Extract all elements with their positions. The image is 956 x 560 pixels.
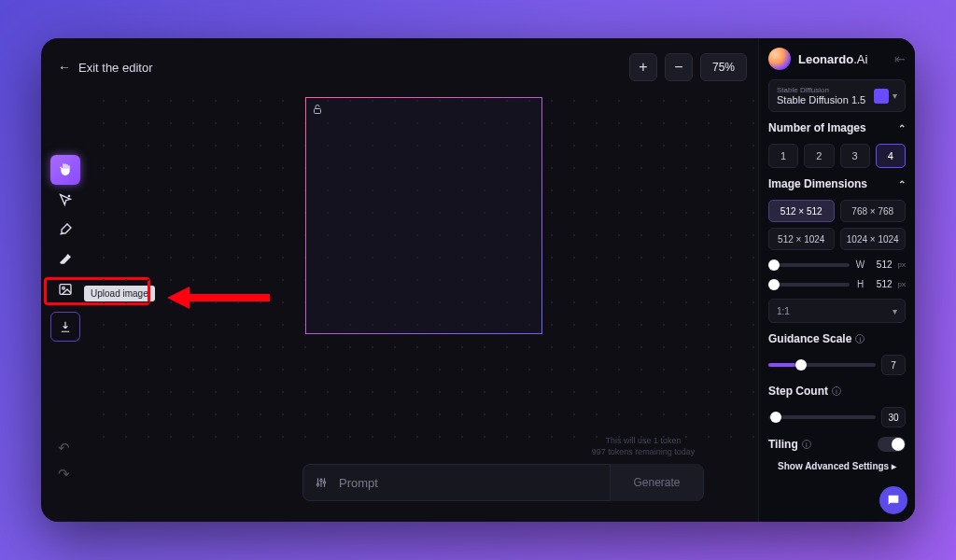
svg-point-2: [63, 287, 65, 289]
tiling-header: Tiling i: [768, 438, 811, 451]
steps-value: 30: [881, 407, 906, 427]
brand-suffix: .Ai: [853, 52, 867, 66]
erase-tool-button[interactable]: [50, 245, 80, 274]
dimensions-header[interactable]: Image Dimensions ⌃: [768, 177, 906, 190]
height-slider-row: H 512 px: [768, 279, 906, 289]
plus-icon: +: [639, 59, 647, 76]
tiling-toggle[interactable]: [878, 437, 906, 452]
tiling-row: Tiling i: [768, 437, 906, 452]
info-icon[interactable]: i: [802, 440, 811, 449]
download-button[interactable]: [50, 312, 80, 342]
guidance-slider-row: 7: [768, 355, 906, 375]
chevron-down-icon: ▾: [893, 91, 897, 101]
chevron-down-icon: ▾: [893, 306, 897, 316]
model-super: Stable Diffusion: [777, 86, 874, 94]
settings-panel: Leonardo.Ai ⇤ Stable Diffusion Stable Di…: [758, 38, 915, 522]
token-note-line2: 997 tokens remaining today: [578, 446, 709, 458]
svg-point-0: [68, 195, 69, 196]
h-value: 512: [872, 279, 893, 289]
model-select[interactable]: Stable Diffusion Stable Diffusion 1.5 ▾: [768, 79, 906, 112]
h-label: H: [855, 279, 866, 289]
num-images-header[interactable]: Number of Images ⌃: [768, 121, 906, 134]
px-unit: px: [898, 260, 906, 269]
zoom-out-button[interactable]: −: [665, 53, 693, 81]
guidance-header: Guidance Scale i: [768, 332, 906, 345]
undo-button[interactable]: ↶: [58, 440, 84, 458]
chevron-up-icon: ⌃: [898, 123, 906, 133]
width-slider[interactable]: [768, 263, 850, 267]
generation-frame[interactable]: [305, 97, 542, 334]
aspect-select[interactable]: 1:1 ▾: [768, 299, 906, 323]
steps-slider[interactable]: [768, 415, 876, 419]
chat-icon: [886, 493, 901, 508]
prompt-input[interactable]: Prompt: [339, 476, 610, 490]
brush-tool-button[interactable]: [50, 215, 80, 245]
model-icon: [874, 89, 889, 104]
dim-512x1024[interactable]: 512 × 1024: [768, 228, 835, 250]
brand-name: Leonardo.Ai: [798, 52, 867, 66]
generate-button[interactable]: Generate: [610, 464, 703, 501]
dim-512x512[interactable]: 512 × 512: [768, 200, 835, 222]
avatar[interactable]: [768, 48, 791, 70]
arrow-left-icon: ←: [58, 60, 71, 75]
num-images-1[interactable]: 1: [768, 144, 798, 168]
select-tool-button[interactable]: [50, 185, 80, 215]
guidance-title: Guidance Scale: [768, 332, 851, 345]
canvas-top-controls: + − 75%: [629, 53, 747, 81]
pan-tool-button[interactable]: [50, 155, 80, 185]
redo-button[interactable]: ↷: [58, 466, 84, 484]
advanced-label: Show Advanced Settings: [778, 461, 889, 471]
height-slider[interactable]: [768, 283, 850, 287]
image-icon: [58, 282, 73, 297]
exit-editor-button[interactable]: ← Exit the editor: [58, 60, 153, 75]
show-advanced-button[interactable]: Show Advanced Settings ▸: [768, 461, 906, 471]
brand-header: Leonardo.Ai ⇤: [768, 48, 906, 70]
minus-icon: −: [674, 59, 682, 76]
info-icon[interactable]: i: [832, 386, 841, 396]
unlock-icon[interactable]: [312, 104, 323, 115]
px-unit: px: [898, 280, 906, 288]
download-icon: [59, 320, 72, 333]
num-images-row: 1 2 3 4: [768, 144, 906, 168]
canvas-area[interactable]: [92, 90, 758, 442]
tiling-title: Tiling: [768, 438, 798, 451]
brush-icon: [58, 222, 73, 237]
cursor-sparkle-icon: [58, 192, 73, 207]
chat-fab[interactable]: [879, 486, 907, 514]
history-controls: ↶ ↷: [58, 440, 84, 484]
hand-icon: [58, 162, 73, 177]
aspect-value: 1:1: [777, 306, 790, 316]
chevron-up-icon: ⌃: [898, 179, 906, 189]
arrow-in-icon: ⇤: [894, 51, 906, 66]
dim-1024x1024[interactable]: 1024 × 1024: [840, 228, 907, 250]
sliders-icon[interactable]: [303, 476, 339, 489]
guidance-value: 7: [881, 355, 906, 375]
zoom-level[interactable]: 75%: [700, 53, 747, 81]
model-text: Stable Diffusion Stable Diffusion 1.5: [777, 86, 874, 105]
num-images-2[interactable]: 2: [804, 144, 834, 168]
brand-name-text: Leonardo: [798, 52, 853, 66]
upload-image-button[interactable]: [50, 274, 80, 304]
token-note-line1: This will use 1 token: [578, 435, 709, 447]
undo-icon: ↶: [58, 440, 70, 455]
guidance-slider[interactable]: [768, 363, 876, 367]
prompt-bar: Prompt Generate: [302, 464, 704, 501]
steps-slider-row: 30: [768, 407, 906, 427]
redo-icon: ↷: [58, 466, 70, 482]
dimensions-title: Image Dimensions: [768, 177, 867, 190]
editor-main: ← Exit the editor + − 75%: [41, 38, 758, 522]
w-value: 512: [872, 259, 893, 270]
width-slider-row: W 512 px: [768, 259, 906, 270]
info-icon[interactable]: i: [855, 334, 865, 343]
panel-collapse-button[interactable]: ⇤: [894, 51, 906, 66]
num-images-3[interactable]: 3: [840, 144, 870, 168]
steps-title: Step Count: [768, 385, 828, 398]
dimensions-grid: 512 × 512 768 × 768 512 × 1024 1024 × 10…: [768, 200, 906, 250]
tool-strip: [50, 155, 80, 342]
model-name: Stable Diffusion 1.5: [777, 94, 874, 105]
steps-header: Step Count i: [768, 385, 906, 398]
num-images-4[interactable]: 4: [876, 144, 906, 168]
app-window: ← Exit the editor + − 75%: [41, 38, 915, 522]
zoom-in-button[interactable]: +: [629, 53, 657, 81]
dim-768x768[interactable]: 768 × 768: [840, 200, 907, 222]
